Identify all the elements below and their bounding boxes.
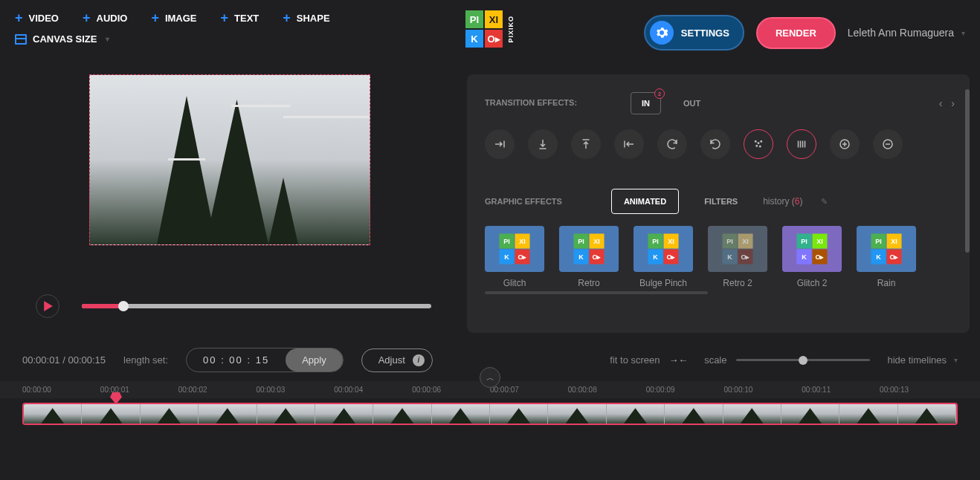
chevron-down-icon: ▾	[106, 35, 109, 43]
timeline-frame	[723, 404, 781, 424]
timeline-frame	[490, 404, 548, 424]
transition-label: TRANSITION EFFECTS:	[485, 97, 577, 110]
ruler-tick: 00:00:04	[334, 386, 412, 394]
timeline-clip[interactable]	[22, 403, 958, 425]
ruler-tick: 00:00:02	[178, 386, 257, 394]
plus-icon: +	[283, 10, 291, 26]
chevron-down-icon: ▾	[954, 356, 958, 364]
dissolve-icon[interactable]	[744, 129, 773, 159]
ruler-tick: 00:00:11	[802, 386, 880, 394]
ruler-tick: 00:00:10	[723, 386, 802, 394]
card-label: Glitch	[503, 278, 526, 288]
slide-down-icon[interactable]	[528, 129, 558, 159]
timeline-frame	[607, 404, 665, 424]
slide-up-icon[interactable]	[571, 129, 601, 159]
label: TEXT	[234, 13, 259, 24]
ruler-tick: 00:00:06	[412, 386, 490, 394]
effect-card-retro2[interactable]: PIXIKO▸ Retro 2	[708, 226, 767, 288]
scale-slider[interactable]	[736, 359, 870, 361]
adjust-button[interactable]: Adjust i	[361, 348, 433, 372]
gear-icon	[650, 21, 674, 45]
slide-right-icon[interactable]	[485, 129, 515, 159]
timeline-frame	[315, 404, 373, 424]
header-bar: + VIDEO + AUDIO + IMAGE + TEXT + SHAPE	[0, 0, 980, 59]
ruler-tick: 00:00:08	[568, 386, 646, 394]
plus-icon: +	[15, 10, 23, 26]
label: AUDIO	[97, 13, 128, 24]
apply-button[interactable]: Apply	[286, 348, 343, 372]
graphic-effects-label: GRAPHIC EFFECTS	[485, 197, 562, 206]
edit-icon[interactable]: ✎	[821, 197, 828, 207]
hide-timelines-button[interactable]: hide timelines ▾	[888, 354, 958, 366]
effect-card-retro[interactable]: PIXIKO▸ Retro	[559, 226, 619, 288]
tab-filters[interactable]: FILTERS	[692, 189, 749, 213]
chevron-right-icon[interactable]: ›	[951, 97, 955, 109]
settings-button[interactable]: SETTINGS	[644, 15, 744, 51]
add-shape-button[interactable]: + SHAPE	[283, 10, 329, 26]
chevron-left-icon[interactable]: ‹	[939, 97, 943, 109]
ruler-tick: 00:00:07	[490, 386, 568, 394]
add-video-button[interactable]: + VIDEO	[15, 10, 59, 26]
timeline-frame	[257, 404, 315, 424]
play-button[interactable]	[36, 294, 59, 318]
progress-thumb[interactable]	[118, 301, 129, 311]
card-label: Rain	[877, 278, 896, 288]
label: VIDEO	[29, 13, 59, 24]
zoom-in-icon[interactable]	[830, 129, 860, 159]
label: RENDER	[776, 27, 816, 39]
add-text-button[interactable]: + TEXT	[221, 10, 259, 26]
zoom-out-icon[interactable]	[873, 129, 903, 159]
effects-panel: TRANSITION EFFECTS: IN 2 OUT ‹ ›	[467, 74, 970, 333]
timeline-frame	[24, 404, 82, 424]
card-label: Retro 2	[723, 278, 752, 288]
length-input-group: 00 : 00 : 15 Apply	[186, 348, 344, 372]
transition-out-tab[interactable]: OUT	[673, 93, 711, 114]
time-display: 00:00:01 / 00:00:15	[22, 354, 106, 366]
timeline-frame	[781, 404, 839, 424]
add-image-button[interactable]: + IMAGE	[151, 10, 196, 26]
timeline-frame	[373, 404, 431, 424]
effect-card-rain[interactable]: PIXIKO▸ Rain	[857, 226, 916, 288]
preview-canvas[interactable]	[89, 74, 370, 245]
ruler-tick: 00:00:00	[22, 386, 100, 394]
rotate-cw-icon[interactable]	[657, 129, 687, 159]
logo-text: PIXIKO	[507, 16, 515, 43]
fit-arrows-icon: → ←	[669, 354, 687, 366]
ruler-tick: 00:00:13	[880, 386, 958, 394]
length-input[interactable]: 00 : 00 : 15	[187, 348, 286, 372]
fit-to-screen-button[interactable]: fit to screen → ←	[610, 354, 686, 366]
svg-point-1	[758, 143, 759, 144]
rotate-ccw-icon[interactable]	[700, 129, 730, 159]
ruler-tick: 00:00:03	[256, 386, 334, 394]
card-label: Glitch 2	[797, 278, 828, 288]
svg-point-3	[756, 146, 758, 147]
length-label: length set:	[123, 354, 168, 366]
scale-thumb[interactable]	[799, 356, 807, 365]
scrollbar[interactable]	[965, 89, 970, 253]
transition-in-tab[interactable]: IN 2	[631, 92, 661, 114]
user-menu[interactable]: Leleth Ann Rumaguera ▾	[848, 27, 965, 39]
chevron-down-icon: ▾	[961, 29, 965, 37]
progress-slider[interactable]	[82, 304, 431, 308]
timeline-frame	[199, 404, 257, 424]
effect-card-glitch[interactable]: PIXIKO▸ Glitch	[485, 226, 544, 288]
card-label: Retro	[578, 278, 599, 288]
timeline-frame	[141, 404, 199, 424]
card-scrollbar[interactable]	[485, 291, 708, 294]
effect-card-bulge[interactable]: PIXIKO▸ Bulge Pinch	[634, 226, 693, 288]
effect-card-list: PIXIKO▸ Glitch PIXIKO▸ Retro PIXIKO▸ Bul…	[485, 226, 970, 288]
render-button[interactable]: RENDER	[756, 17, 836, 49]
expand-handle[interactable]: ︿	[480, 367, 500, 388]
canvas-icon	[15, 34, 27, 45]
slide-left-icon[interactable]	[614, 129, 644, 159]
add-audio-button[interactable]: + AUDIO	[83, 10, 127, 26]
wave-icon[interactable]	[787, 129, 816, 159]
info-icon: i	[413, 354, 425, 366]
tab-animated[interactable]: ANIMATED	[611, 189, 679, 214]
svg-point-4	[760, 146, 761, 147]
history-link[interactable]: history (6)	[763, 196, 802, 207]
ruler-tick: 00:00:09	[646, 386, 724, 394]
canvas-size-button[interactable]: CANVAS SIZE ▾	[15, 33, 109, 45]
effect-card-glitch2[interactable]: PIXIKO▸ Glitch 2	[782, 226, 842, 288]
plus-icon: +	[221, 10, 229, 26]
